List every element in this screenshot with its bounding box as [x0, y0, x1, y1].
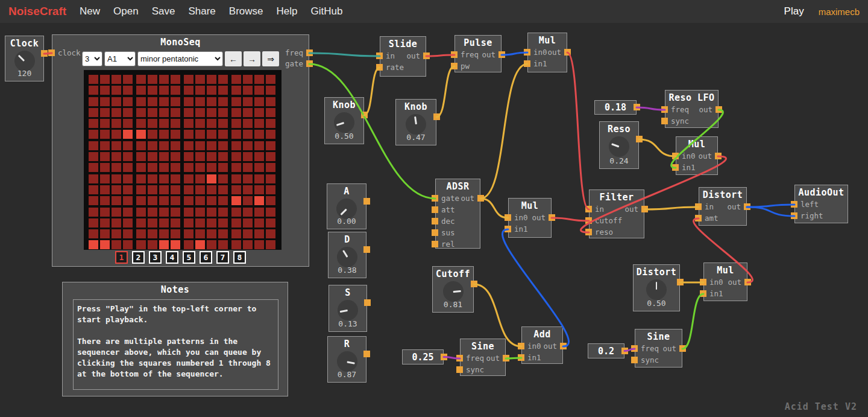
sine2-port-sync[interactable] [631, 357, 638, 363]
seq-cell[interactable] [207, 240, 216, 249]
seq-cell[interactable] [266, 163, 275, 172]
seq-cell[interactable] [112, 196, 121, 205]
seq-cell[interactable] [266, 218, 275, 228]
seq-cell[interactable] [266, 208, 275, 217]
seq-cell[interactable] [136, 240, 146, 249]
seq-cell[interactable] [100, 185, 110, 194]
seq-cell[interactable] [136, 208, 146, 217]
seq-cell[interactable] [89, 86, 98, 95]
seq-cell[interactable] [207, 174, 216, 183]
seq-cell[interactable] [148, 152, 157, 161]
seq-cell[interactable] [89, 108, 98, 117]
node-filter[interactable]: Filterincutoffresoout [589, 189, 644, 238]
seq-cell[interactable] [184, 86, 193, 95]
seq-cell[interactable] [207, 152, 216, 161]
seq-cell[interactable] [254, 240, 264, 249]
seq-cell[interactable] [171, 174, 180, 183]
seq-cell[interactable] [159, 240, 169, 249]
node-reso[interactable]: Reso0.24 [599, 121, 639, 169]
seq-cell[interactable] [243, 229, 253, 238]
seq-cell[interactable] [184, 163, 193, 172]
seq-cell[interactable] [184, 208, 193, 217]
seq-cell[interactable] [254, 185, 264, 194]
slide-port-in[interactable] [376, 53, 383, 59]
pulse-port-out[interactable] [498, 51, 505, 58]
seq-cell[interactable] [254, 174, 264, 183]
shift-left-button[interactable]: ← [225, 51, 242, 66]
seq-cell[interactable] [207, 108, 216, 117]
seq-cell[interactable] [243, 97, 253, 106]
seq-cell[interactable] [123, 86, 133, 95]
seq-cell[interactable] [266, 240, 275, 249]
seq-cell[interactable] [171, 229, 180, 238]
seq-cell[interactable] [231, 218, 241, 228]
octave-select[interactable]: 3 [82, 51, 102, 66]
seq-cell[interactable] [195, 229, 205, 238]
seq-cell[interactable] [89, 185, 98, 194]
seq-cell[interactable] [112, 119, 121, 128]
seq-cell[interactable] [159, 75, 169, 84]
seq-cell[interactable] [195, 152, 205, 161]
seq-cell[interactable] [112, 163, 121, 172]
seq-cell[interactable] [89, 163, 98, 172]
seq-cell[interactable] [254, 141, 264, 150]
seq-cell[interactable] [159, 97, 169, 106]
c018-port-out[interactable] [634, 104, 640, 110]
seq-cell[interactable] [207, 229, 216, 238]
seq-cell[interactable] [195, 141, 205, 150]
seq-cell[interactable] [123, 174, 133, 183]
seq-cell[interactable] [184, 130, 193, 139]
seq-cell[interactable] [159, 163, 169, 172]
seq-cell[interactable] [266, 174, 275, 183]
seq-cell[interactable] [159, 141, 169, 150]
seq-cell[interactable] [112, 152, 121, 161]
seq-cell[interactable] [100, 229, 110, 238]
seq-cell[interactable] [159, 196, 169, 205]
seq-cell[interactable] [89, 208, 98, 217]
seq-cell[interactable] [123, 240, 133, 249]
seq-cell[interactable] [266, 119, 275, 128]
pattern-button-8[interactable]: 8 [233, 251, 246, 264]
filter-port-reso[interactable] [585, 229, 592, 235]
pulse-port-freq[interactable] [451, 51, 458, 58]
c025-port-out[interactable] [441, 354, 447, 360]
mul2-port-in0[interactable] [505, 214, 511, 221]
pattern-button-2[interactable]: 2 [132, 251, 145, 264]
knob2-knob[interactable] [406, 114, 426, 135]
seq-cell[interactable] [243, 75, 253, 84]
seq-cell[interactable] [195, 75, 205, 84]
seq-cell[interactable] [243, 152, 253, 161]
node-clock[interactable]: Clock120 [5, 36, 44, 81]
monoseq-port-gate[interactable] [306, 60, 313, 67]
seq-cell[interactable] [195, 174, 205, 183]
seq-cell[interactable] [184, 119, 193, 128]
seq-cell[interactable] [231, 208, 241, 217]
root-note-select[interactable]: A1 [104, 51, 136, 66]
seq-cell[interactable] [100, 119, 110, 128]
resolfo-port-sync[interactable] [661, 118, 668, 124]
seq-cell[interactable] [159, 174, 169, 183]
seq-cell[interactable] [254, 97, 264, 106]
seq-cell[interactable] [171, 240, 180, 249]
seq-cell[interactable] [89, 152, 98, 161]
seq-cell[interactable] [89, 75, 98, 84]
seq-cell[interactable] [218, 108, 228, 117]
seq-cell[interactable] [254, 229, 264, 238]
seq-cell[interactable] [136, 152, 146, 161]
node-mul2[interactable]: Mulin0in1out [508, 198, 552, 238]
seq-cell[interactable] [243, 86, 253, 95]
filter-port-cutoff[interactable] [585, 217, 592, 224]
seq-cell[interactable] [266, 97, 275, 106]
monoseq-port-clock[interactable] [48, 49, 55, 56]
seq-cell[interactable] [254, 119, 264, 128]
seq-cell[interactable] [266, 152, 275, 161]
seq-cell[interactable] [195, 185, 205, 194]
seq-cell[interactable] [231, 152, 241, 161]
seq-cell[interactable] [266, 141, 275, 150]
seq-cell[interactable] [195, 108, 205, 117]
seq-cell[interactable] [112, 130, 121, 139]
seq-cell[interactable] [159, 152, 169, 161]
adsr-port-gate[interactable] [432, 195, 438, 202]
seq-cell[interactable] [123, 130, 133, 139]
add-port-in1[interactable] [518, 354, 524, 361]
